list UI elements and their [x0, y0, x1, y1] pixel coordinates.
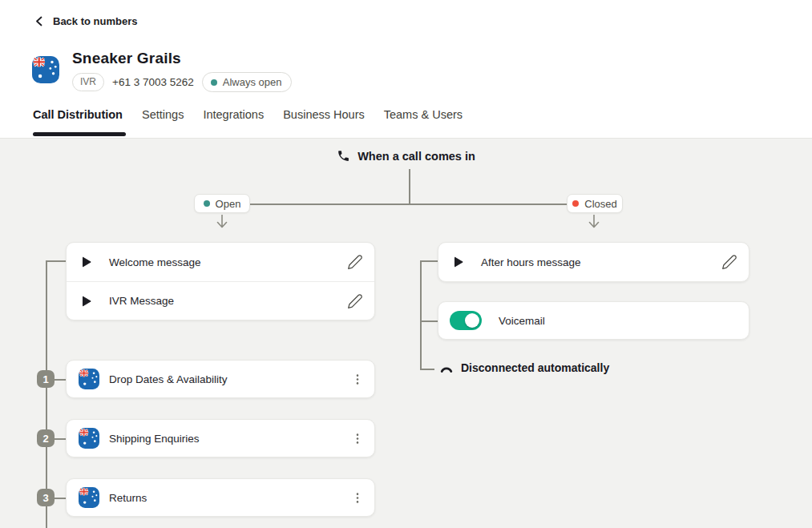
open-spine-stub-option-2	[55, 438, 66, 440]
tab-settings[interactable]: Settings	[142, 108, 184, 121]
open-status-dot-icon	[211, 79, 217, 86]
number-detail-page: Back to numbers Sneaker Grails IVR +61 3…	[0, 0, 812, 528]
voicemail-toggle[interactable]	[450, 311, 482, 330]
play-icon[interactable]	[453, 256, 464, 268]
branch-open-label: Open	[216, 198, 241, 210]
number-meta-row: IVR +61 3 7003 5262 Always open	[72, 72, 292, 92]
welcome-message-row: Welcome message	[67, 243, 374, 281]
welcome-message-label: Welcome message	[109, 256, 347, 268]
kebab-menu-icon[interactable]	[350, 489, 365, 507]
option-label: Shipping Enquiries	[109, 433, 350, 445]
option-label: Returns	[109, 492, 350, 504]
open-dot-icon	[204, 200, 210, 207]
arrow-down-open-icon	[216, 215, 228, 228]
after-hours-message-label: After hours message	[481, 256, 721, 268]
branch-open-pill[interactable]: Open	[194, 194, 250, 213]
hangup-phone-icon	[439, 363, 454, 373]
closed-branch-spine	[420, 260, 422, 370]
back-to-numbers-link[interactable]: Back to numbers	[34, 15, 137, 27]
ivr-option-card-1[interactable]: Drop Dates & Availability	[66, 360, 375, 398]
chevron-left-icon	[34, 16, 44, 26]
ivr-option-card-3[interactable]: Returns	[66, 478, 375, 517]
tab-business-hours[interactable]: Business Hours	[283, 108, 365, 121]
option-number-badge-3: 3	[37, 489, 55, 506]
closed-spine-stub-voicemail	[420, 320, 438, 322]
status-badge: Always open	[202, 72, 293, 92]
australia-flag-icon	[32, 56, 59, 83]
australia-flag-icon	[79, 428, 99, 449]
option-number-badge-1: 1	[37, 370, 55, 388]
closed-dot-icon	[572, 200, 579, 207]
ivr-type-badge: IVR	[72, 73, 104, 91]
kebab-menu-icon[interactable]	[350, 370, 365, 389]
after-hours-card: After hours message	[438, 242, 749, 282]
disconnected-label: Disconnected automatically	[461, 361, 609, 374]
ivr-message-row: IVR Message	[67, 281, 374, 320]
after-hours-message-row: After hours message	[438, 243, 749, 281]
tab-call-distribution[interactable]: Call Distribution	[33, 108, 123, 121]
open-spine-stub-messages	[46, 260, 66, 262]
ivr-option-card-2[interactable]: Shipping Enquiries	[66, 419, 375, 457]
open-messages-card: Welcome message IVR Message	[66, 242, 375, 320]
ivr-message-label: IVR Message	[109, 295, 347, 307]
call-distribution-canvas: When a call comes in Open Closed	[0, 138, 812, 528]
number-flag-avatar	[32, 56, 59, 83]
edit-pencil-icon[interactable]	[347, 254, 363, 270]
branch-closed-pill[interactable]: Closed	[567, 194, 623, 213]
edit-pencil-icon[interactable]	[347, 293, 363, 309]
arrow-down-closed-icon	[588, 215, 600, 228]
disconnected-node: Disconnected automatically	[439, 361, 609, 374]
closed-spine-stub-message	[420, 260, 438, 262]
active-tab-underline	[33, 132, 126, 136]
open-spine-stub-option-3	[55, 498, 66, 499]
option-label: Drop Dates & Availability	[109, 373, 350, 385]
kebab-menu-icon[interactable]	[350, 429, 365, 448]
play-icon[interactable]	[81, 256, 92, 268]
tab-teams-users[interactable]: Teams & Users	[384, 108, 463, 121]
phone-number: +61 3 7003 5262	[112, 76, 194, 88]
australia-flag-icon	[79, 487, 99, 508]
tab-bar: Call Distribution Settings Integrations …	[33, 108, 463, 121]
status-badge-label: Always open	[223, 76, 282, 88]
branch-closed-label: Closed	[584, 198, 616, 210]
back-link-label: Back to numbers	[53, 15, 137, 27]
tab-integrations[interactable]: Integrations	[203, 108, 264, 121]
edit-pencil-icon[interactable]	[721, 254, 737, 270]
play-icon[interactable]	[81, 296, 92, 307]
connector-branch-horizontal	[222, 204, 594, 205]
connector-root-down	[409, 169, 410, 204]
page-title: Sneaker Grails	[72, 50, 181, 67]
open-spine-stub-option-1	[55, 379, 66, 381]
voicemail-label: Voicemail	[499, 315, 737, 327]
australia-flag-icon	[79, 369, 99, 389]
voicemail-card: Voicemail	[438, 301, 749, 340]
option-number-badge-2: 2	[37, 429, 55, 447]
root-node-label: When a call comes in	[358, 150, 475, 163]
root-node: When a call comes in	[0, 149, 812, 163]
phone-icon	[337, 149, 350, 163]
toggle-knob	[465, 313, 479, 328]
open-branch-spine	[46, 260, 47, 528]
closed-spine-stub-end	[420, 369, 434, 370]
